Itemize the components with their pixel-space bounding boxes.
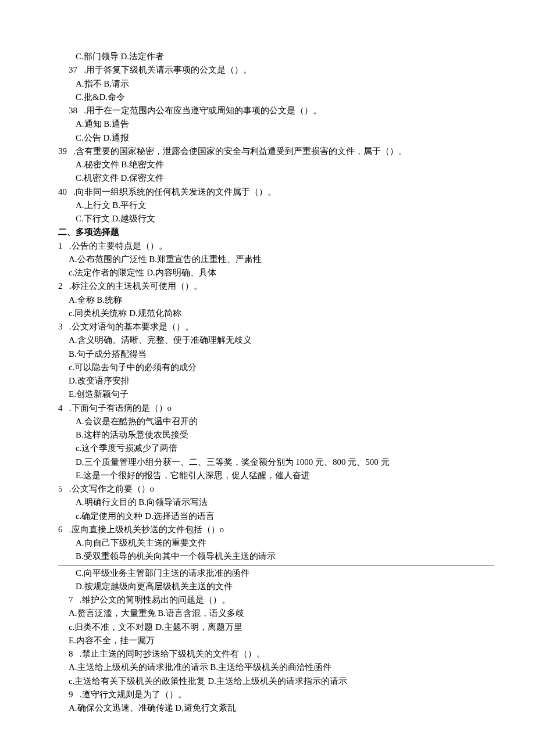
text-line: 37 .用于答复下级机关请示事项的公文是（）。 [58,63,494,77]
text-line: C.向平级业务主管部门主送的请求批准的函件 [58,567,494,580]
text-line: D.三个质量管理小组分获一、二、三等奖，奖金额分别为 1000 元、800 元、… [58,456,494,469]
text-line: c.确定使用的文种 D.选择适当的语言 [58,510,494,523]
text-line: C.机密文件 D.保密文件 [58,171,494,185]
text-line: B.受双重领导的机关向其中一个领导机关主送的请示 [58,550,494,563]
text-line: C.部门领导 D.法定作者 [58,50,494,63]
divider [58,565,494,565]
text-line: C.批&D.命令 [58,91,494,104]
text-line: 4 .下面句子有语病的是（）o [58,402,494,415]
text-line: A.秘密文件 B.绝密文件 [58,158,494,171]
text-line: C.下行文 D.越级行文 [58,212,494,225]
text-line: 5 .公文写作之前要（）o [58,482,494,496]
text-line: c.归类不准，文不对题 D.主题不明，离题万里 [58,621,494,634]
text-line: 38 .用于在一定范围内公布应当遵守或周知的事项的公文是（）。 [58,104,494,117]
document-content: C.部门领导 D.法定作者37 .用于答复下级机关请示事项的公文是（）。A.指不… [58,50,494,715]
text-line: D.改变语序安排 [58,374,494,388]
text-line: D.按规定越级向更高层级机关主送的文件 [58,580,494,593]
text-line: A.指不 B,请示 [58,77,494,91]
text-line: E.这是一个很好的报告，它能引人深思，促人猛醒，催人奋进 [58,469,494,482]
text-line: E.创造新颖句子 [58,388,494,401]
text-line: A.通知 B.通告 [58,117,494,131]
text-line: A.会议是在酷热的气温中召开的 [58,415,494,428]
document-page: C.部门领导 D.法定作者37 .用于答复下级机关请示事项的公文是（）。A.指不… [0,0,535,750]
text-line: A.上行文 B.平行文 [58,199,494,212]
text-line: 8 .禁止主送的同时抄送给下级机关的文件有（）。 [58,647,494,661]
text-line: 1 .公告的主要特点是（）。 [58,239,494,253]
text-line: 9 .遵守行文规则是为了（）。 [58,688,494,701]
text-line: A.向自己下级机关主送的重要文件 [58,536,494,550]
text-line: A.确保公文迅速、准确传递 D,避免行文紊乱 [58,701,494,715]
text-line: A.含义明确、清晰、完整、便于准确理解无歧义 [58,334,494,347]
text-line: c.主送给有关下级机关的政策性批复 D.主送给上级机关的请求指示的请示 [58,675,494,688]
text-line: c.同类机关统称 D.规范化简称 [58,307,494,320]
text-line: c.可以隐去句子中的必须有的成分 [58,361,494,374]
text-line: c.法定作者的限定性 D.内容明确、具体 [58,266,494,280]
text-line: E.内容不全，挂一漏万 [58,634,494,647]
text-line: A.公布范围的广泛性 B.郑重宣告的庄重性、严肃性 [58,253,494,266]
text-line: 40 .向非同一组织系统的任何机关发送的文件属于（）。 [58,185,494,199]
text-line: 39 .含有重要的国家秘密，泄露会使国家的安全与利益遭受到严重损害的文件，属于（… [58,145,494,158]
text-line: 6 .应向直接上级机关抄送的文件包括（）o [58,523,494,536]
text-line: A.明确行文目的 B.向领导请示写法 [58,496,494,509]
text-line: c.这个季度亏损减少了两倍 [58,442,494,455]
text-line: B.这样的活动乐意使农民接受 [58,428,494,442]
text-line: C.公告 D.通报 [58,131,494,145]
text-line: 2 .标注公文的主送机关可使用（）。 [58,280,494,293]
section-heading: 二、多项选择题 [58,225,494,239]
text-line: B.句子成分搭配得当 [58,347,494,361]
text-line: 3 .公文对语句的基本要求是（）。 [58,320,494,334]
text-line: A.全称 B.统称 [58,293,494,307]
text-line: A.赘言泛滥，大量重兔 B.语言含混，语义多歧 [58,607,494,620]
text-line: 7 .维护公文的简明性易出的问题是（）。 [58,593,494,607]
text-line: A.主送给上级机关的请求批准的请示 B.主送给平级机关的商洽性函件 [58,661,494,674]
